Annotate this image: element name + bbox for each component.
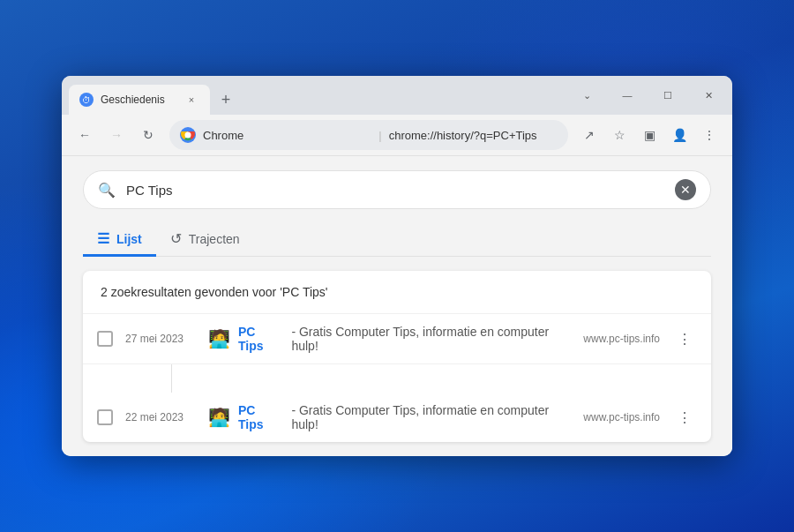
search-clear-button[interactable]: ✕ <box>675 179 696 200</box>
browser-window: Geschiedenis × + ⌄ — ☐ ✕ ← → ↻ Chrome <box>62 76 732 456</box>
tab-trajecten-label: Trajecten <box>189 232 240 246</box>
svg-point-2 <box>185 132 191 139</box>
trajecten-icon: ↺ <box>170 230 182 247</box>
tab-trajecten[interactable]: ↺ Trajecten <box>156 223 254 257</box>
chrome-icon <box>180 127 196 143</box>
lijst-icon: ☰ <box>97 230 109 247</box>
table-row: 27 mei 2023 🧑‍💻 PC Tips - Gratis Compute… <box>83 314 711 364</box>
window-dropdown-button[interactable]: ⌄ <box>566 81 607 109</box>
back-button[interactable]: ← <box>71 121 99 149</box>
tab-close-button[interactable]: × <box>184 92 199 108</box>
menu-button[interactable]: ⋮ <box>695 121 723 149</box>
window-close-button[interactable]: ✕ <box>688 81 729 109</box>
row-1-date: 27 mei 2023 <box>125 333 196 345</box>
row-2-url: www.pc-tips.info <box>583 411 660 423</box>
address-bar[interactable]: Chrome | chrome://history/?q=PC+Tips <box>169 120 568 150</box>
row-2-more-button[interactable]: ⋮ <box>672 405 697 430</box>
row-1-title[interactable]: PC Tips <box>238 325 282 353</box>
browser-tab[interactable]: Geschiedenis × <box>69 85 210 115</box>
toolbar-icons: ↗ ☆ ▣ 👤 ⋮ <box>575 121 723 149</box>
row-1-description: - Gratis Computer Tips, informatie en co… <box>291 325 571 353</box>
bookmark-button[interactable]: ☆ <box>605 121 633 149</box>
window-minimize-button[interactable]: — <box>607 81 648 109</box>
row-2-content: 🧑‍💻 PC Tips - Gratis Computer Tips, info… <box>208 403 571 431</box>
row-2-date: 22 mei 2023 <box>125 411 196 423</box>
row-2-checkbox[interactable] <box>97 409 113 425</box>
results-summary: 2 zoekresultaten gevonden voor 'PC Tips' <box>83 271 711 314</box>
tab-lijst[interactable]: ☰ Lijst <box>83 223 156 257</box>
page-content: 🔍 ✕ ☰ Lijst ↺ Trajecten 2 zoekresultaten… <box>62 156 732 456</box>
tab-lijst-label: Lijst <box>116 232 142 246</box>
brand-name: Chrome <box>203 129 371 142</box>
address-separator: | <box>378 129 381 142</box>
title-bar: Geschiedenis × + ⌄ — ☐ ✕ <box>62 76 732 115</box>
row-1-more-button[interactable]: ⋮ <box>672 326 697 351</box>
tab-favicon <box>79 93 94 107</box>
page-tabs: ☰ Lijst ↺ Trajecten <box>83 223 711 257</box>
new-tab-button[interactable]: + <box>213 87 238 112</box>
results-card: 2 zoekresultaten gevonden voor 'PC Tips'… <box>83 271 711 442</box>
profile-button[interactable]: 👤 <box>665 121 693 149</box>
search-icon: 🔍 <box>98 182 116 199</box>
address-url: chrome://history/?q=PC+Tips <box>389 129 558 142</box>
share-button[interactable]: ↗ <box>575 121 603 149</box>
search-bar: 🔍 ✕ <box>83 170 711 209</box>
row-2-favicon: 🧑‍💻 <box>208 407 229 428</box>
extension-button[interactable]: ▣ <box>635 121 663 149</box>
row-2-description: - Gratis Computer Tips, informatie en co… <box>291 403 571 431</box>
tab-title: Geschiedenis <box>101 94 176 106</box>
row-1-favicon: 🧑‍💻 <box>208 328 229 349</box>
forward-button[interactable]: → <box>102 121 131 149</box>
row-1-url: www.pc-tips.info <box>583 333 660 345</box>
row-2-title[interactable]: PC Tips <box>238 403 282 431</box>
row-1-checkbox[interactable] <box>97 331 113 347</box>
window-maximize-button[interactable]: ☐ <box>648 81 688 109</box>
table-row: 22 mei 2023 🧑‍💻 PC Tips - Gratis Compute… <box>83 393 711 442</box>
browser-toolbar: ← → ↻ Chrome | chrome://history/?q=PC+Ti… <box>62 115 732 156</box>
row-1-content: 🧑‍💻 PC Tips - Gratis Computer Tips, info… <box>208 325 571 353</box>
search-input[interactable] <box>126 183 664 198</box>
reload-button[interactable]: ↻ <box>134 121 162 149</box>
row-divider <box>171 364 172 393</box>
window-controls: ⌄ — ☐ ✕ <box>566 76 732 115</box>
